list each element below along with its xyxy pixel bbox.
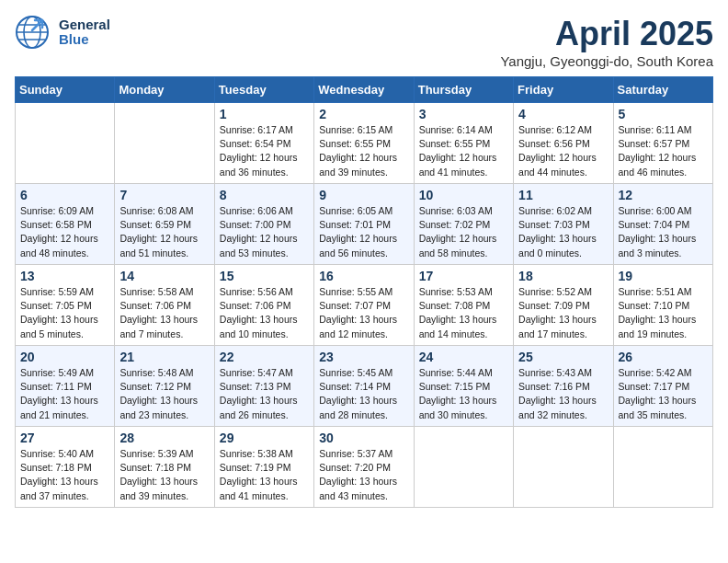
logo-blue-text: Blue <box>59 32 110 48</box>
calendar-week-row: 20Sunrise: 5:49 AM Sunset: 7:11 PM Dayli… <box>16 346 713 427</box>
day-number: 23 <box>319 350 408 364</box>
day-info: Sunrise: 5:43 AM Sunset: 7:16 PM Dayligh… <box>518 366 608 422</box>
calendar-cell: 2Sunrise: 6:15 AM Sunset: 6:55 PM Daylig… <box>314 103 414 184</box>
calendar-cell: 4Sunrise: 6:12 AM Sunset: 6:56 PM Daylig… <box>514 103 613 184</box>
day-number: 14 <box>119 269 209 283</box>
day-number: 1 <box>220 107 309 121</box>
day-number: 18 <box>518 269 608 283</box>
calendar-cell <box>613 427 712 508</box>
calendar-cell: 25Sunrise: 5:43 AM Sunset: 7:16 PM Dayli… <box>514 346 613 427</box>
day-number: 2 <box>319 107 408 121</box>
weekday-header-thursday: Thursday <box>414 77 513 103</box>
day-number: 13 <box>20 269 109 283</box>
weekday-header-sunday: Sunday <box>16 77 115 103</box>
day-info: Sunrise: 5:53 AM Sunset: 7:08 PM Dayligh… <box>419 285 508 341</box>
day-number: 4 <box>518 107 608 121</box>
calendar-week-row: 13Sunrise: 5:59 AM Sunset: 7:05 PM Dayli… <box>16 265 713 346</box>
calendar-cell: 30Sunrise: 5:37 AM Sunset: 7:20 PM Dayli… <box>314 427 414 508</box>
day-number: 19 <box>619 269 708 283</box>
day-number: 10 <box>419 188 508 202</box>
logo-text: General <box>59 17 110 33</box>
day-info: Sunrise: 5:49 AM Sunset: 7:11 PM Dayligh… <box>20 366 109 422</box>
day-info: Sunrise: 6:03 AM Sunset: 7:02 PM Dayligh… <box>419 204 508 260</box>
day-info: Sunrise: 6:08 AM Sunset: 6:59 PM Dayligh… <box>119 204 209 260</box>
day-info: Sunrise: 5:44 AM Sunset: 7:15 PM Dayligh… <box>419 366 508 422</box>
day-number: 6 <box>20 188 109 202</box>
day-info: Sunrise: 5:42 AM Sunset: 7:17 PM Dayligh… <box>619 366 708 422</box>
calendar-cell: 16Sunrise: 5:55 AM Sunset: 7:07 PM Dayli… <box>314 265 414 346</box>
calendar-cell: 23Sunrise: 5:45 AM Sunset: 7:14 PM Dayli… <box>314 346 414 427</box>
title-section: April 2025 Yangju, Gyeonggi-do, South Ko… <box>500 15 713 69</box>
day-info: Sunrise: 6:14 AM Sunset: 6:55 PM Dayligh… <box>419 123 508 179</box>
weekday-header-monday: Monday <box>115 77 214 103</box>
day-number: 27 <box>20 431 109 445</box>
calendar-week-row: 1Sunrise: 6:17 AM Sunset: 6:54 PM Daylig… <box>16 103 713 184</box>
day-number: 25 <box>518 350 608 364</box>
calendar-cell: 3Sunrise: 6:14 AM Sunset: 6:55 PM Daylig… <box>414 103 513 184</box>
day-number: 16 <box>319 269 408 283</box>
calendar-table: SundayMondayTuesdayWednesdayThursdayFrid… <box>15 76 713 508</box>
day-number: 15 <box>220 269 309 283</box>
day-info: Sunrise: 6:00 AM Sunset: 7:04 PM Dayligh… <box>619 204 708 260</box>
day-info: Sunrise: 6:09 AM Sunset: 6:58 PM Dayligh… <box>20 204 109 260</box>
day-info: Sunrise: 5:55 AM Sunset: 7:07 PM Dayligh… <box>319 285 408 341</box>
day-number: 22 <box>220 350 309 364</box>
calendar-cell <box>414 427 513 508</box>
day-number: 12 <box>619 188 708 202</box>
calendar-cell: 5Sunrise: 6:11 AM Sunset: 6:57 PM Daylig… <box>613 103 712 184</box>
day-number: 24 <box>419 350 508 364</box>
calendar-cell: 18Sunrise: 5:52 AM Sunset: 7:09 PM Dayli… <box>514 265 613 346</box>
day-info: Sunrise: 5:47 AM Sunset: 7:13 PM Dayligh… <box>220 366 309 422</box>
day-info: Sunrise: 5:45 AM Sunset: 7:14 PM Dayligh… <box>319 366 408 422</box>
day-number: 29 <box>220 431 309 445</box>
calendar-week-row: 27Sunrise: 5:40 AM Sunset: 7:18 PM Dayli… <box>16 427 713 508</box>
day-info: Sunrise: 5:37 AM Sunset: 7:20 PM Dayligh… <box>319 447 408 503</box>
day-number: 21 <box>119 350 209 364</box>
calendar-week-row: 6Sunrise: 6:09 AM Sunset: 6:58 PM Daylig… <box>16 184 713 265</box>
globe-icon <box>15 15 50 50</box>
calendar-cell: 29Sunrise: 5:38 AM Sunset: 7:19 PM Dayli… <box>214 427 313 508</box>
day-info: Sunrise: 6:12 AM Sunset: 6:56 PM Dayligh… <box>518 123 608 179</box>
calendar-cell: 28Sunrise: 5:39 AM Sunset: 7:18 PM Dayli… <box>115 427 214 508</box>
day-number: 3 <box>419 107 508 121</box>
day-number: 8 <box>220 188 309 202</box>
day-info: Sunrise: 5:59 AM Sunset: 7:05 PM Dayligh… <box>20 285 109 341</box>
day-number: 17 <box>419 269 508 283</box>
location: Yangju, Gyeonggi-do, South Korea <box>500 53 713 69</box>
day-info: Sunrise: 5:51 AM Sunset: 7:10 PM Dayligh… <box>619 285 708 341</box>
calendar-cell: 20Sunrise: 5:49 AM Sunset: 7:11 PM Dayli… <box>16 346 115 427</box>
calendar-cell: 17Sunrise: 5:53 AM Sunset: 7:08 PM Dayli… <box>414 265 513 346</box>
weekday-header-saturday: Saturday <box>613 77 712 103</box>
day-number: 26 <box>619 350 708 364</box>
day-number: 30 <box>319 431 408 445</box>
calendar-cell: 13Sunrise: 5:59 AM Sunset: 7:05 PM Dayli… <box>16 265 115 346</box>
calendar-cell: 24Sunrise: 5:44 AM Sunset: 7:15 PM Dayli… <box>414 346 513 427</box>
day-info: Sunrise: 6:11 AM Sunset: 6:57 PM Dayligh… <box>619 123 708 179</box>
day-number: 5 <box>619 107 708 121</box>
calendar-cell: 27Sunrise: 5:40 AM Sunset: 7:18 PM Dayli… <box>16 427 115 508</box>
day-info: Sunrise: 5:56 AM Sunset: 7:06 PM Dayligh… <box>220 285 309 341</box>
day-number: 9 <box>319 188 408 202</box>
calendar-cell: 12Sunrise: 6:00 AM Sunset: 7:04 PM Dayli… <box>613 184 712 265</box>
month-title: April 2025 <box>500 15 713 53</box>
day-info: Sunrise: 5:40 AM Sunset: 7:18 PM Dayligh… <box>20 447 109 503</box>
day-info: Sunrise: 6:17 AM Sunset: 6:54 PM Dayligh… <box>220 123 309 179</box>
day-number: 7 <box>119 188 209 202</box>
day-info: Sunrise: 5:48 AM Sunset: 7:12 PM Dayligh… <box>119 366 209 422</box>
weekday-header-friday: Friday <box>514 77 613 103</box>
calendar-cell: 1Sunrise: 6:17 AM Sunset: 6:54 PM Daylig… <box>214 103 313 184</box>
calendar-cell: 26Sunrise: 5:42 AM Sunset: 7:17 PM Dayli… <box>613 346 712 427</box>
logo: General Blue <box>15 15 110 50</box>
weekday-header-tuesday: Tuesday <box>214 77 313 103</box>
day-info: Sunrise: 6:02 AM Sunset: 7:03 PM Dayligh… <box>518 204 608 260</box>
calendar-cell: 7Sunrise: 6:08 AM Sunset: 6:59 PM Daylig… <box>115 184 214 265</box>
day-info: Sunrise: 5:38 AM Sunset: 7:19 PM Dayligh… <box>220 447 309 503</box>
calendar-cell <box>16 103 115 184</box>
day-info: Sunrise: 6:05 AM Sunset: 7:01 PM Dayligh… <box>319 204 408 260</box>
day-info: Sunrise: 6:06 AM Sunset: 7:00 PM Dayligh… <box>220 204 309 260</box>
weekday-header-row: SundayMondayTuesdayWednesdayThursdayFrid… <box>16 77 713 103</box>
calendar-cell: 8Sunrise: 6:06 AM Sunset: 7:00 PM Daylig… <box>214 184 313 265</box>
day-number: 20 <box>20 350 109 364</box>
day-info: Sunrise: 5:58 AM Sunset: 7:06 PM Dayligh… <box>119 285 209 341</box>
calendar-cell: 22Sunrise: 5:47 AM Sunset: 7:13 PM Dayli… <box>214 346 313 427</box>
